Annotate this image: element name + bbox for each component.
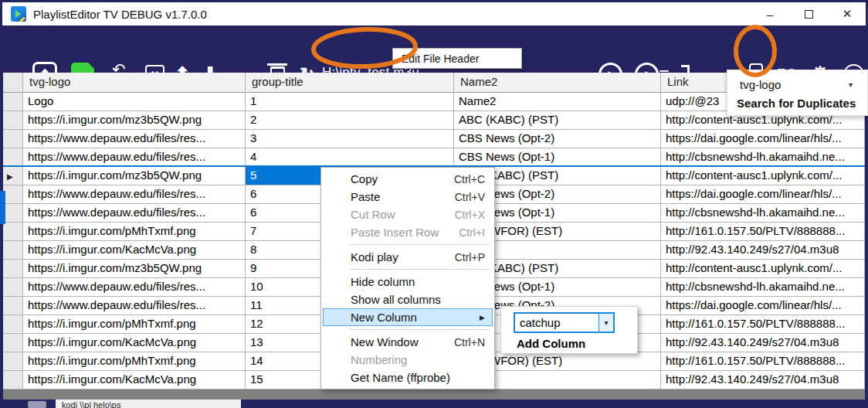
table-row: https://www.depauw.edu/files/res...4CBS … xyxy=(3,148,865,167)
cell-tvg-logo[interactable]: https://www.depauw.edu/files/res... xyxy=(23,148,246,167)
column-header-group-title[interactable]: group-title xyxy=(246,73,454,93)
cell-name2[interactable]: CBS News (Opt-2) xyxy=(454,130,661,148)
menu-item-label: Show all columns xyxy=(351,293,485,306)
cell-tvg-logo[interactable]: https://www.depauw.edu/files/res... xyxy=(23,130,246,148)
status-icon xyxy=(28,401,46,408)
menu-item-label: Get Name (ffprobe) xyxy=(351,371,485,384)
menu-item-show-all-columns[interactable]: Show all columns xyxy=(323,291,493,308)
row-selector[interactable] xyxy=(3,204,23,223)
cell-link[interactable]: http://92.43.140.249/s27/04.m3u8 xyxy=(661,334,865,352)
cell-tvg-logo[interactable]: https://i.imgur.com/mz3b5QW.png xyxy=(23,260,246,278)
cell-link[interactable]: http://content-ausc1.uplynk.com/... xyxy=(661,260,865,278)
row-selector[interactable] xyxy=(3,111,23,130)
cell-tvg-logo[interactable]: https://www.depauw.edu/files/res... xyxy=(23,204,246,223)
menu-item-paste[interactable]: PasteCtrl+V xyxy=(323,188,493,206)
cell-name2[interactable]: ABC (KABC) (PST) xyxy=(454,111,661,130)
cell-link[interactable]: https://dai.google.com/linear/hls/... xyxy=(661,185,865,204)
row-selector[interactable] xyxy=(3,185,23,204)
menu-separator xyxy=(323,241,493,248)
row-selector[interactable] xyxy=(3,241,23,260)
cell-group-title[interactable]: 1 xyxy=(246,93,454,111)
row-selector[interactable] xyxy=(3,260,23,278)
cell-tvg-logo[interactable]: https://i.imgur.com/KacMcVa.png xyxy=(23,371,246,389)
window-title: PlaylistEditor TV DEBUG v1.7.0.0 xyxy=(33,8,207,21)
maximize-button[interactable] xyxy=(801,6,816,22)
row-selector[interactable] xyxy=(3,297,23,315)
cell-link[interactable]: https://dai.google.com/linear/hls/... xyxy=(661,130,865,148)
cell-link[interactable]: http://161.0.157.50/PLTV/888888... xyxy=(661,315,865,334)
menu-item-label: Paste xyxy=(351,190,449,203)
cell-link[interactable]: http://cbsnewshd-lh.akamaihd.ne... xyxy=(661,204,865,223)
cell-group-title[interactable]: 4 xyxy=(246,148,454,167)
cell-tvg-logo[interactable]: https://i.imgur.com/mz3b5QW.png xyxy=(23,167,246,185)
combo-arrow-icon: ▾ xyxy=(849,80,853,89)
cell-link[interactable]: http://161.0.157.50/PLTV/888888... xyxy=(661,352,865,371)
left-edge-highlight xyxy=(0,191,5,224)
submenu-arrow-icon: ▶ xyxy=(480,314,485,321)
cell-link[interactable]: http://cbsnewshd-lh.akamaihd.ne... xyxy=(661,278,865,297)
row-selector[interactable] xyxy=(3,334,23,352)
cell-tvg-logo[interactable]: https://i.imgur.com/mz3b5QW.png xyxy=(23,111,246,130)
cell-name2[interactable]: CBS News (Opt-1) xyxy=(454,148,661,167)
cell-group-title[interactable]: 3 xyxy=(246,130,454,148)
row-selector[interactable] xyxy=(3,371,23,389)
corner-header[interactable] xyxy=(3,73,23,93)
cell-tvg-logo[interactable]: https://www.depauw.edu/files/res... xyxy=(23,185,246,204)
cell-tvg-logo[interactable]: https://www.depauw.edu/files/res... xyxy=(23,278,246,297)
cell-link[interactable]: http://92.43.140.249/s27/04.m3u8 xyxy=(661,241,865,260)
table-row: https://www.depauw.edu/files/res...3CBS … xyxy=(3,130,865,148)
duplicates-column-combobox[interactable]: tvg-logo ▾ xyxy=(740,76,856,92)
cell-tvg-logo[interactable]: https://i.imgur.com/KacMcVa.png xyxy=(23,241,246,260)
cell-tvg-logo[interactable]: https://i.imgur.com/pMhTxmf.png xyxy=(23,352,246,371)
row-selector[interactable] xyxy=(3,148,23,167)
row-selector[interactable] xyxy=(3,278,23,297)
cell-link[interactable]: http://92.43.140.249/s27/04.m3u8 xyxy=(661,371,865,389)
add-column-button[interactable]: Add Column xyxy=(517,337,585,350)
minimize-button[interactable]: – xyxy=(762,6,778,22)
new-column-submenu: catchup ▾ Add Column xyxy=(500,306,638,354)
close-button[interactable]: ✕ xyxy=(839,6,855,22)
status-strip: kodi \\pi helo\ps xyxy=(0,400,868,408)
row-selector[interactable] xyxy=(3,352,23,371)
cell-link[interactable]: http://161.0.157.50/PLTV/888888... xyxy=(661,223,865,241)
cell-link[interactable]: http://content-ausc1.uplynk.com/... xyxy=(661,167,865,185)
cell-group-title[interactable]: 2 xyxy=(246,111,454,130)
menu-item-shortcut: Ctrl+V xyxy=(455,191,485,203)
app-window: PlaylistEditor TV DEBUG v1.7.0.0 – ✕ ⬆ ↶… xyxy=(0,0,868,408)
cell-tvg-logo[interactable]: Logo xyxy=(23,93,246,111)
menu-item-copy[interactable]: CopyCtrl+C xyxy=(323,170,493,188)
cell-tvg-logo[interactable]: https://i.imgur.com/KacMcVa.png xyxy=(23,334,246,352)
context-menu: CopyCtrl+CPasteCtrl+VCut RowCtrl+XPaste … xyxy=(320,167,495,389)
menu-item-hide-column[interactable]: Hide column xyxy=(323,273,493,291)
menu-item-shortcut: Ctrl+I xyxy=(459,226,485,239)
row-selector[interactable] xyxy=(3,93,23,111)
edit-file-header-tooltip[interactable]: Edit File Header xyxy=(392,48,522,69)
title-bar: PlaylistEditor TV DEBUG v1.7.0.0 – ✕ xyxy=(2,2,866,26)
cell-tvg-logo[interactable]: https://i.imgur.com/pMhTxmf.png xyxy=(23,223,246,241)
column-header-tvg-logo[interactable]: tvg-logo xyxy=(23,73,246,93)
menu-item-numbering: Numbering xyxy=(323,351,493,369)
row-selector[interactable]: ▶ xyxy=(3,167,23,185)
cell-tvg-logo[interactable]: https://i.imgur.com/pMhTxmf.png xyxy=(23,315,246,334)
cell-tvg-logo[interactable]: https://www.depauw.edu/files/res... xyxy=(23,297,246,315)
menu-item-cut-row: Cut RowCtrl+X xyxy=(323,206,493,223)
cell-link[interactable]: https://dai.google.com/linear/hls/... xyxy=(661,297,865,315)
search-for-duplicates-button[interactable]: Search for Duplicates xyxy=(737,97,856,110)
cell-name2[interactable]: Name2 xyxy=(454,93,661,111)
row-selector[interactable] xyxy=(3,315,23,334)
menu-item-paste-insert-row: Paste Insert RowCtrl+I xyxy=(323,223,493,241)
menu-item-label: New Window xyxy=(351,335,448,348)
menu-item-label: Paste Insert Row xyxy=(351,226,453,239)
row-selector[interactable] xyxy=(3,130,23,148)
menu-item-kodi-play[interactable]: Kodi playCtrl+P xyxy=(323,248,493,266)
row-selector[interactable] xyxy=(3,223,23,241)
menu-item-new-window[interactable]: New WindowCtrl+N xyxy=(323,333,493,351)
status-partial-row: kodi \\pi helo\ps xyxy=(56,400,241,408)
column-header-name2[interactable]: Name2 xyxy=(454,73,661,93)
cell-link[interactable]: http://cbsnewshd-lh.akamaihd.ne... xyxy=(661,148,865,167)
new-column-type-combobox[interactable]: catchup ▾ xyxy=(514,312,615,333)
menu-item-get-name-ffprobe-[interactable]: Get Name (ffprobe) xyxy=(323,369,493,386)
menu-item-new-column[interactable]: New Column▶ xyxy=(323,308,493,326)
app-icon xyxy=(11,6,26,22)
combo-dropdown-button[interactable]: ▾ xyxy=(598,314,613,332)
